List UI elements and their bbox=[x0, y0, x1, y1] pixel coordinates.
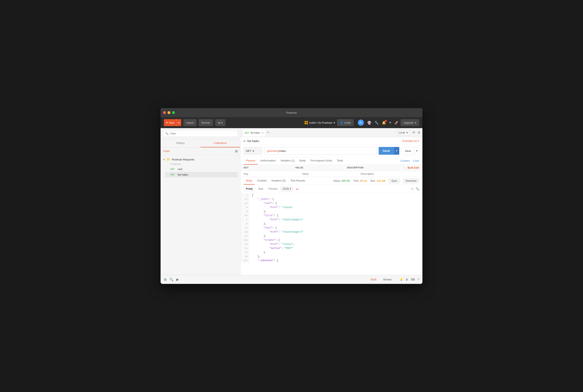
keyboard-icon[interactable]: ⌨ bbox=[411, 278, 415, 281]
tab-headers[interactable]: Headers (1) bbox=[278, 157, 297, 164]
method-badge-get: GET bbox=[170, 168, 176, 170]
minimize-button[interactable] bbox=[168, 111, 170, 114]
code-content-9: "last": { bbox=[249, 226, 279, 230]
heart-icon[interactable]: ♥ bbox=[389, 121, 391, 124]
help-icon[interactable]: ? bbox=[418, 278, 419, 281]
bulk-edit-link[interactable]: Bulk Edit bbox=[408, 166, 419, 169]
environment-selector[interactable]: Local ▾ bbox=[396, 129, 410, 136]
status-value: 200 OK bbox=[342, 180, 350, 182]
collection-header[interactable]: ▼ 📁 Postman Requests bbox=[163, 156, 238, 162]
response-tab-cookies[interactable]: Cookies bbox=[255, 177, 269, 184]
new-button[interactable]: + New ▾ bbox=[164, 119, 181, 126]
line-num-12: ▼12 bbox=[240, 238, 249, 242]
tab-body[interactable]: Body bbox=[297, 157, 308, 164]
line-num-3: ▼3 bbox=[240, 201, 249, 206]
save-button[interactable]: Save bbox=[401, 147, 414, 155]
value-input[interactable] bbox=[302, 172, 355, 175]
new-dropdown-arrow[interactable]: ▾ bbox=[177, 119, 181, 126]
search-input[interactable] bbox=[170, 132, 235, 135]
pretty-button[interactable]: Pretty bbox=[244, 186, 255, 191]
upgrade-button[interactable]: Upgrade ▾ bbox=[401, 119, 419, 126]
code-area[interactable]: 1 { ▼2 "_links": { ▼3 "self": { bbox=[240, 193, 422, 275]
add-tab-button[interactable]: + bbox=[267, 130, 269, 135]
send-button[interactable]: Send bbox=[379, 147, 394, 155]
settings-icon[interactable]: ⚙ bbox=[418, 130, 420, 134]
layout-view-icon[interactable]: ⊞ bbox=[164, 278, 166, 282]
send-dropdown-button[interactable]: ▾ bbox=[394, 147, 399, 155]
lightbulb-icon[interactable]: 💡 bbox=[400, 278, 403, 281]
format-selector[interactable]: JSON ▾ bbox=[281, 186, 293, 191]
workspace-selector[interactable]: Auth0 <3s Postman ▾ bbox=[305, 121, 335, 124]
response-tab-test-results[interactable]: Test Results bbox=[288, 177, 308, 184]
tab-method-tag: GET bbox=[245, 132, 249, 134]
code-line-11: 11 }, bbox=[240, 234, 422, 238]
format-value: JSON bbox=[282, 188, 289, 190]
tab-collections[interactable]: Collections bbox=[200, 139, 240, 147]
layout-button[interactable]: ⊞ ▾ bbox=[215, 119, 225, 126]
status-bar-right: Build Browse 💡 ⊞ ⌨ ? bbox=[368, 277, 419, 282]
desc-input[interactable] bbox=[361, 172, 413, 175]
tab-authorization[interactable]: Authorization bbox=[258, 157, 278, 164]
save-dropdown-button[interactable]: ▾ bbox=[414, 147, 419, 155]
wrap-icon[interactable]: ⇌ bbox=[296, 187, 299, 191]
eye-icon[interactable]: 👁 bbox=[412, 131, 415, 134]
preview-button[interactable]: Preview bbox=[266, 186, 279, 191]
request-item-list-haiku[interactable]: GET list haiku bbox=[165, 172, 238, 178]
runner-button[interactable]: Runner bbox=[199, 119, 213, 126]
code-content-2: "_links": { bbox=[249, 197, 276, 201]
console-icon[interactable]: ▶ bbox=[176, 278, 179, 282]
code-content-13: "href": "/haiku", bbox=[249, 242, 297, 246]
request-panel: GET list haiku ✕ + ··· Local ▾ 👁 ⚙ bbox=[240, 128, 422, 275]
request-tab-list-haiku[interactable]: GET list haiku ✕ bbox=[242, 129, 266, 136]
invite-button[interactable]: 👤 Invite bbox=[337, 119, 354, 126]
tab-more-button[interactable]: ··· bbox=[269, 131, 271, 134]
sync-button[interactable]: ↻ bbox=[358, 120, 364, 126]
search-status-icon[interactable]: 🔍 bbox=[169, 278, 173, 282]
close-button[interactable] bbox=[163, 111, 166, 114]
trash-button[interactable]: Trash bbox=[163, 150, 170, 153]
code-line-10: 10 "href": "/haiku?page=1" bbox=[240, 230, 422, 234]
copy-icon[interactable]: ⎘ bbox=[412, 187, 413, 190]
browse-button[interactable]: Browse bbox=[381, 277, 394, 282]
method-selector[interactable]: GET ▾ bbox=[244, 147, 262, 155]
response-save-button[interactable]: Save bbox=[389, 178, 400, 183]
params-table: KEY VALUE DESCRIPTION ··· Bulk Edit bbox=[240, 165, 422, 177]
response-tab-body[interactable]: Body bbox=[244, 177, 255, 184]
ghost-icon[interactable]: 👻 bbox=[367, 121, 371, 125]
search-response-icon[interactable]: 🔍 bbox=[416, 187, 419, 190]
examples-link[interactable]: Examples (2) ▾ bbox=[403, 140, 419, 142]
key-input[interactable] bbox=[244, 172, 296, 175]
workspace-dropdown-arrow: ▾ bbox=[334, 121, 335, 124]
tab-params[interactable]: Params bbox=[244, 157, 258, 164]
request-title: list haiku bbox=[247, 139, 259, 143]
import-button[interactable]: Import bbox=[183, 119, 197, 126]
tab-pre-request-script[interactable]: Pre-request Script bbox=[308, 157, 335, 164]
response-download-button[interactable]: Download bbox=[403, 178, 419, 183]
astronaut-icon[interactable]: 🚀 bbox=[394, 121, 399, 125]
params-right-links: Cookies Code bbox=[400, 159, 419, 162]
cookies-link[interactable]: Cookies bbox=[400, 159, 410, 162]
tab-history[interactable]: History bbox=[161, 139, 200, 147]
params-tabs-bar: Params Authorization Headers (1) Body Pr… bbox=[240, 157, 422, 165]
response-tab-headers[interactable]: Headers (6) bbox=[269, 177, 288, 184]
request-collapse-arrow[interactable]: ▶ bbox=[244, 140, 246, 142]
new-collection-icon[interactable]: ⊞ bbox=[235, 149, 238, 153]
col-key-header: KEY bbox=[244, 166, 296, 169]
raw-button[interactable]: Raw bbox=[256, 186, 265, 191]
tab-close-icon[interactable]: ✕ bbox=[262, 132, 264, 134]
wrench-icon[interactable]: 🔧 bbox=[375, 121, 379, 125]
upgrade-label: Upgrade bbox=[403, 121, 414, 124]
maximize-button[interactable] bbox=[172, 111, 175, 114]
sidebar-toolbar: Trash ⊞ bbox=[161, 148, 240, 155]
code-link[interactable]: Code bbox=[413, 159, 419, 162]
examples-arrow: ▾ bbox=[418, 140, 419, 142]
more-options-icon[interactable]: ··· bbox=[403, 166, 406, 169]
request-item-root[interactable]: GET root bbox=[165, 166, 238, 172]
url-input-display[interactable]: {{domain}}/haiku bbox=[264, 147, 377, 155]
code-content-11: }, bbox=[249, 234, 269, 238]
bell-icon[interactable]: 🔔 bbox=[382, 121, 386, 125]
new-button-main[interactable]: + New bbox=[164, 119, 177, 126]
tab-tests[interactable]: Tests bbox=[335, 157, 346, 164]
build-button[interactable]: Build bbox=[368, 277, 379, 282]
split-view-icon[interactable]: ⊞ bbox=[406, 278, 408, 281]
